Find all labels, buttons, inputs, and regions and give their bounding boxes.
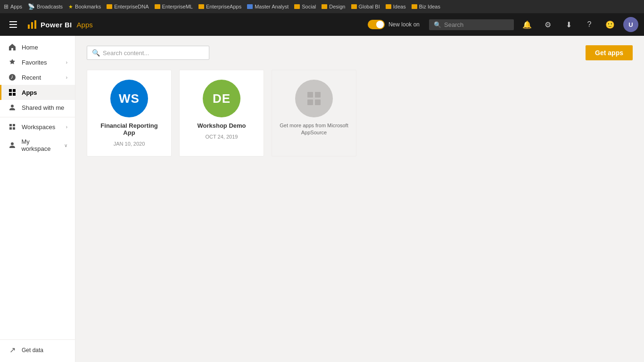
- new-look-toggle-container: New look on: [368, 20, 420, 29]
- svg-rect-8: [315, 92, 321, 98]
- settings-button[interactable]: ⚙: [540, 17, 555, 32]
- sidebar-item-favorites[interactable]: Favorites ›: [0, 55, 75, 70]
- bookmark-globalbi[interactable]: Global BI: [351, 4, 380, 9]
- apps-grid: WS Financial Reporting App JAN 10, 2020 …: [87, 70, 633, 156]
- hamburger-line-1: [9, 21, 17, 22]
- bookmark-enterpriseml-label: EnterpriseML: [162, 4, 193, 9]
- brand-area: Power BI Apps: [26, 19, 93, 30]
- workspaces-chevron-icon: ›: [66, 124, 67, 130]
- app-avatar-get-more: [295, 80, 333, 117]
- recent-chevron-icon: ›: [66, 75, 67, 80]
- favorites-chevron-icon: ›: [66, 60, 67, 65]
- bookmark-globalbi-label: Global BI: [359, 4, 380, 9]
- app-avatar-workshop: DE: [203, 80, 240, 117]
- workspaces-icon: [8, 123, 17, 131]
- bookmark-apps-tab[interactable]: ⊞ Apps: [4, 3, 22, 10]
- get-data-icon: ↗: [8, 346, 17, 354]
- sidebar-recent-label: Recent: [22, 74, 41, 81]
- sidebar-getdata-label: Get data: [22, 347, 43, 354]
- sidebar-item-workspaces[interactable]: Workspaces ›: [0, 119, 75, 134]
- shared-icon: [8, 104, 17, 111]
- sidebar-item-home[interactable]: Home: [0, 40, 75, 55]
- svg-rect-9: [307, 99, 313, 105]
- download-button[interactable]: ⬇: [561, 17, 576, 32]
- bookmark-bookmarks[interactable]: ★ Bookmarks: [68, 4, 101, 10]
- app-card-financial-reporting[interactable]: WS Financial Reporting App JAN 10, 2020: [87, 70, 172, 156]
- powerbi-logo[interactable]: Power BI: [26, 19, 72, 30]
- sidebar-item-apps[interactable]: Apps: [0, 85, 75, 100]
- sidebar-workspaces-label: Workspaces: [22, 123, 55, 131]
- app-title-get-more: Get more apps from Microsoft AppSource: [280, 122, 348, 137]
- app-date-workshop: OCT 24, 2019: [206, 134, 238, 140]
- app-title-workshop: Workshop Demo: [197, 122, 246, 129]
- my-workspace-chevron-icon: ∨: [64, 143, 67, 148]
- bookmark-bar: ⊞ Apps 📡 Broadcasts ★ Bookmarks Enterpri…: [0, 0, 644, 13]
- sidebar-shared-label: Shared with me: [22, 104, 64, 111]
- sidebar-home-label: Home: [22, 44, 38, 51]
- content-header: 🔍 Get apps: [87, 45, 633, 60]
- feedback-button[interactable]: 🙂: [603, 17, 618, 32]
- sidebar-apps-label: Apps: [22, 89, 37, 96]
- hamburger-line-3: [9, 27, 17, 28]
- bookmark-apps-label: Apps: [10, 4, 22, 9]
- brand-name: Power BI: [41, 21, 72, 29]
- main-layout: Home Favorites › Recent ›: [0, 36, 644, 362]
- sidebar-item-my-workspace[interactable]: My workspace ∨: [0, 134, 75, 156]
- sidebar: Home Favorites › Recent ›: [0, 36, 75, 362]
- my-workspace-icon: [8, 141, 17, 149]
- apps-icon: [8, 89, 17, 96]
- bookmark-masteranalyst[interactable]: Master Analyst: [247, 4, 289, 9]
- sidebar-separator-2: [0, 339, 75, 340]
- bookmark-bookmarks-label: Bookmarks: [75, 4, 101, 9]
- bookmark-broadcasts[interactable]: 📡 Broadcasts: [28, 3, 63, 10]
- sidebar-item-shared[interactable]: Shared with me: [0, 100, 75, 115]
- user-avatar[interactable]: U: [623, 17, 638, 32]
- bookmark-ideas-label: Ideas: [393, 4, 406, 9]
- bookmark-enterpriseapps-label: EnterpriseApps: [206, 4, 241, 9]
- top-nav: Power BI Apps New look on 🔍 🔔 ⚙ ⬇ ? 🙂 U: [0, 13, 644, 36]
- notifications-button[interactable]: 🔔: [520, 17, 535, 32]
- toggle-label: New look on: [388, 21, 420, 28]
- bookmark-broadcasts-label: Broadcasts: [37, 4, 63, 9]
- bookmark-design[interactable]: Design: [322, 4, 345, 9]
- hamburger-button[interactable]: [6, 17, 21, 32]
- bookmark-enterprisedna-label: EnterpriseDNA: [114, 4, 149, 9]
- home-icon: [8, 43, 17, 51]
- content-search-box[interactable]: 🔍: [87, 46, 209, 60]
- app-card-workshop-demo[interactable]: DE Workshop Demo OCT 24, 2019: [179, 70, 264, 156]
- bookmark-enterpriseapps[interactable]: EnterpriseApps: [198, 4, 241, 9]
- bookmark-social[interactable]: Social: [294, 4, 316, 9]
- recent-icon: [8, 74, 17, 81]
- nav-section-label: Apps: [77, 21, 93, 29]
- bookmark-enterpriseml[interactable]: EnterpriseML: [155, 4, 193, 9]
- sidebar-item-recent[interactable]: Recent ›: [0, 70, 75, 85]
- get-apps-button[interactable]: Get apps: [586, 45, 633, 60]
- bookmark-bizideas[interactable]: Biz Ideas: [412, 4, 440, 9]
- svg-rect-5: [9, 93, 12, 96]
- search-icon: 🔍: [434, 21, 441, 28]
- bookmark-masteranalyst-label: Master Analyst: [255, 4, 289, 9]
- sidebar-favorites-label: Favorites: [22, 59, 47, 66]
- hamburger-line-2: [9, 24, 17, 25]
- new-look-toggle[interactable]: [368, 20, 385, 29]
- toggle-knob: [376, 21, 384, 28]
- bookmark-enterprisedna[interactable]: EnterpriseDNA: [107, 4, 149, 9]
- svg-rect-10: [315, 99, 321, 105]
- app-card-get-more[interactable]: Get more apps from Microsoft AppSource: [272, 70, 356, 156]
- global-search-input[interactable]: [444, 21, 505, 28]
- svg-rect-2: [34, 20, 36, 29]
- content-area: 🔍 Get apps WS Financial Reporting App JA…: [75, 36, 644, 362]
- svg-rect-4: [13, 89, 16, 92]
- svg-rect-0: [28, 25, 30, 29]
- sidebar-myworkspace-label: My workspace: [21, 138, 59, 152]
- content-search-icon: 🔍: [92, 49, 100, 57]
- app-avatar-financial: WS: [110, 80, 148, 117]
- app-title-financial: Financial Reporting App: [95, 122, 164, 136]
- favorites-icon: [8, 58, 17, 66]
- global-search-box[interactable]: 🔍: [429, 19, 514, 30]
- app-date-financial: JAN 10, 2020: [114, 141, 145, 147]
- bookmark-ideas[interactable]: Ideas: [386, 4, 406, 9]
- help-button[interactable]: ?: [582, 17, 597, 32]
- content-search-input[interactable]: [103, 49, 204, 57]
- sidebar-item-get-data[interactable]: ↗ Get data: [0, 342, 75, 358]
